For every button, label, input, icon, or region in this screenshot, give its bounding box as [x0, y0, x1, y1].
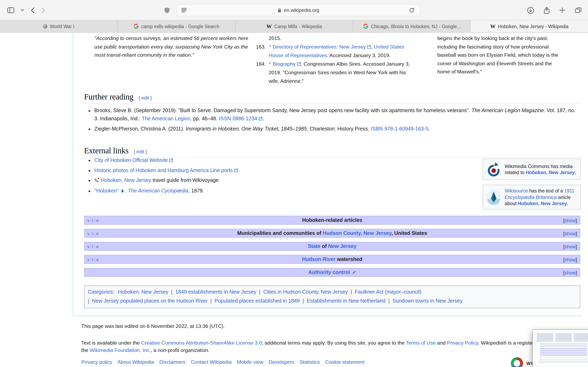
navbox-title: Hudson River watershed [302, 257, 362, 262]
reader-icon [181, 8, 187, 13]
navbox-show-link[interactable]: show [564, 231, 576, 236]
category-link[interactable]: New Jersey populated places on the Hudso… [92, 298, 208, 304]
new-tab-button[interactable] [559, 7, 565, 13]
navbox-view-link[interactable]: v [87, 257, 89, 262]
isbn-label-link[interactable]: ISBN [371, 126, 383, 132]
reference-quote-right: begins the book by looking back at the c… [415, 34, 580, 85]
chevron-down-icon [21, 9, 24, 11]
amcyc-work-link[interactable]: The American Cyclopædia [128, 188, 189, 193]
tab-camp-mills-wikipedia[interactable]: W Camp Mills - Wikipedia [236, 20, 354, 32]
amcyc-hoboken-link[interactable]: "Hoboken" [94, 188, 119, 193]
downloads-button[interactable] [527, 7, 534, 14]
pencil-icon[interactable] [352, 270, 356, 275]
category-link[interactable]: Cities in Hudson County, New Jersey [263, 289, 348, 295]
edit-link[interactable]: edit [141, 95, 149, 101]
category-link[interactable]: Establishments in New Netherland [307, 298, 385, 304]
forward-button[interactable] [41, 7, 45, 13]
category-link[interactable]: Populated places established in 1849 [215, 298, 300, 304]
ref-link[interactable]: Biography [273, 61, 296, 67]
category-link[interactable]: Faulkner Act (mayor–council) [355, 289, 421, 295]
navbox-show-link[interactable]: show [564, 270, 576, 275]
ref-link[interactable]: Directory of Representatives: New Jersey [273, 44, 366, 50]
category-link[interactable]: Hoboken, New Jersey [118, 289, 168, 295]
wikimedia-foundation-logo-icon [511, 357, 523, 367]
commons-hoboken-link[interactable]: Hoboken, New Jersey [526, 170, 575, 175]
navbox-edit-link[interactable]: e [96, 244, 98, 249]
tab-chicago-to-hoboken[interactable]: Chicago, Illinois to Hoboken, NJ - Googl… [353, 20, 471, 32]
publisher-link[interactable]: The American Legion [142, 116, 190, 122]
wikivoyage-guide-link[interactable]: Hoboken, New Jersey [101, 177, 151, 183]
footer-about-link[interactable]: About Wikipedia [118, 359, 154, 365]
navbox-edit-link[interactable]: e [96, 218, 98, 222]
navbox-talk-link[interactable]: t [92, 257, 93, 262]
footer-mobile-view-link[interactable]: Mobile view [237, 359, 263, 365]
new-jersey-link[interactable]: New Jersey [328, 243, 356, 249]
backlink-caret[interactable]: ^ [269, 61, 271, 67]
footer-disclaimers-link[interactable]: Disclaimers [159, 359, 186, 365]
screenshot-preview [535, 332, 588, 367]
navbox-talk-link[interactable]: t [92, 218, 93, 222]
tab-title: Camp Mills - Wikipedia [274, 24, 322, 29]
privacy-policy-link[interactable]: Privacy Policy [447, 340, 478, 346]
navbox-show-link[interactable]: show [564, 257, 576, 262]
navbox-show-link[interactable]: show [564, 244, 576, 249]
screenshot-thumbnail[interactable] [532, 329, 588, 367]
footer-cookie-statement-link[interactable]: Cookie statement [325, 359, 364, 365]
tab-camp-mills-search[interactable]: camp mills wikipedia - Google Search [118, 20, 236, 32]
terms-of-use-link[interactable]: Terms of Use [406, 340, 436, 346]
hudson-river-link[interactable]: Hudson River [302, 257, 336, 262]
navbox-view-link[interactable]: v [87, 244, 89, 249]
reader-button[interactable] [181, 8, 187, 13]
issn-label-link[interactable]: ISSN [219, 116, 231, 122]
footer-contact-link[interactable]: Contact Wikipedia [191, 359, 232, 365]
official-website-link[interactable]: City of Hoboken Official Website [94, 157, 168, 163]
reload-icon [409, 7, 415, 13]
wikisource-hoboken-link[interactable]: Hoboken, New Jersey [518, 201, 567, 206]
category-link[interactable]: Sundown towns in New Jersey [392, 298, 462, 304]
edit-link[interactable]: edit [136, 149, 144, 155]
backlink-caret[interactable]: ^ [269, 44, 271, 50]
list-item: "Hoboken". The American Cyclopædia. 1879… [94, 187, 474, 196]
navbox-edit-link[interactable]: e [96, 231, 98, 235]
navbox-vte: v·t·e [87, 216, 98, 224]
eb1911-link[interactable]: 1911 [564, 188, 574, 193]
wikimedia-foundation-link[interactable]: Wikimedia Foundation, Inc. [90, 347, 151, 353]
categories-label-link[interactable]: Categories [88, 289, 113, 295]
privacy-shield-button[interactable] [164, 7, 170, 13]
cc-license-link[interactable]: Creative Commons Attribution-ShareAlike … [141, 340, 262, 346]
isbn-number-link[interactable]: 978-1-60949-163-5 [384, 126, 429, 132]
navbox-talk-link[interactable]: t [92, 231, 93, 235]
eb1911-title-link[interactable]: Encyclopædia Britannica [505, 194, 557, 200]
hudson-county-link[interactable]: Hudson County, New Jersey [323, 230, 391, 236]
footer-privacy-policy-link[interactable]: Privacy policy [81, 359, 112, 365]
tab-overview-button[interactable] [575, 7, 581, 13]
historic-photos-link[interactable]: Historic photos of Hoboken and Hamburg A… [94, 167, 233, 173]
commons-sister-box: Wikimedia Commons has media related to H… [483, 159, 581, 180]
wikisource-link[interactable]: Wikisource [505, 188, 528, 193]
sidebar-button[interactable] [7, 7, 14, 13]
wikipedia-favicon-icon: W [490, 24, 495, 29]
sidebar-chevron-button[interactable] [21, 9, 24, 11]
address-bar[interactable]: en.wikipedia.org [176, 4, 421, 16]
tab-world-war-i[interactable]: World War I [0, 20, 118, 32]
authority-control-link[interactable]: Authority control [308, 269, 350, 275]
navbox-view-link[interactable]: v [87, 231, 89, 235]
back-button[interactable] [31, 7, 35, 13]
issn-number-link[interactable]: 0886-1234 [233, 116, 257, 122]
share-button[interactable] [544, 7, 550, 14]
tab-hoboken-wikipedia-active[interactable]: W Hoboken, New Jersey - Wikipedia [471, 20, 588, 32]
footer-developers-link[interactable]: Developers [269, 359, 294, 365]
vte-separator: · [94, 218, 95, 222]
category-link[interactable]: 1849 establishments in New Jersey [175, 289, 256, 295]
state-link[interactable]: State [308, 243, 320, 249]
wikisource-sister-box: Wikisource has the text of a 1911 Encycl… [483, 185, 581, 209]
lock-icon [278, 8, 281, 13]
navbox-talk-link[interactable]: t [92, 244, 93, 249]
reload-button[interactable] [409, 7, 415, 13]
navbox-edit-link[interactable]: e [96, 257, 98, 262]
footer-statistics-link[interactable]: Statistics [300, 359, 320, 365]
navbox-show-link[interactable]: show [564, 217, 576, 223]
navbox-view-link[interactable]: v [87, 218, 89, 222]
navbox-state-of-new-jersey: v·t·e State of New Jersey [show] [84, 242, 580, 251]
vte-separator: · [90, 257, 91, 262]
